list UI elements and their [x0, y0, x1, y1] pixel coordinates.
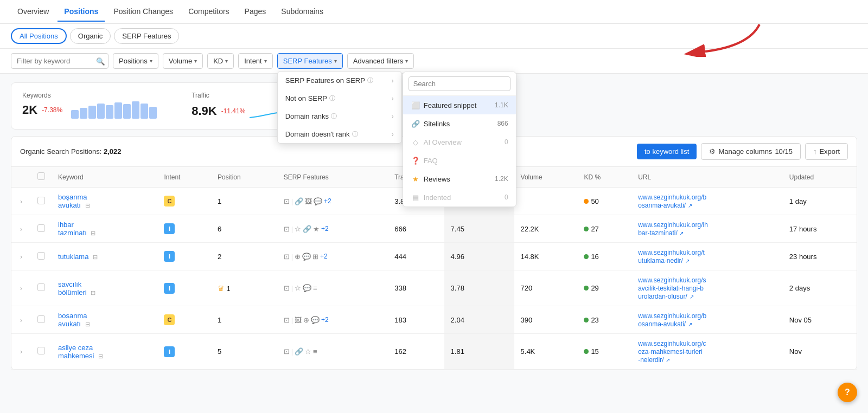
nav-positions[interactable]: Positions [58, 2, 105, 21]
serp4-icon-2: ☆ [295, 284, 301, 292]
intent-col-header[interactable]: Intent [157, 167, 211, 188]
domain-doesnt-rank-arrow-icon: › [392, 131, 394, 138]
nav-subdomains[interactable]: Subdomains [275, 2, 330, 21]
row4-db-icon: ⊟ [91, 289, 95, 296]
row5-checkbox[interactable] [31, 306, 52, 334]
volume-col-header[interactable]: Volume [514, 167, 578, 188]
serp-features-filter[interactable]: SERP Features ▾ [277, 53, 343, 69]
row4-intent: I [157, 270, 211, 306]
updated-col-header[interactable]: Updated [783, 167, 857, 188]
row5-expand[interactable]: › [11, 306, 31, 334]
sitelinks-item[interactable]: 🔗 Sitelinks 866 [403, 114, 516, 133]
volume-filter[interactable]: Volume ▾ [163, 53, 203, 69]
all-positions-tab[interactable]: All Positions [11, 28, 67, 44]
row1-expand[interactable]: › [11, 188, 31, 215]
add-to-keyword-list-button[interactable]: to keyword list [637, 144, 697, 159]
row6-keyword-link[interactable]: asliye cezamahkemesi [58, 344, 94, 360]
row5-url-link[interactable]: www.sezginhukuk.org/bosanma-avukati/ [638, 312, 706, 328]
external-link-icon: ↗ [688, 203, 692, 209]
row3-db-icon: ⊟ [93, 254, 98, 260]
row3-serp-features: ⊡ | ⊕ 💬 ⊞ +2 [277, 243, 388, 270]
serp2-icon-2: ☆ [295, 225, 301, 233]
row2-checkbox[interactable] [31, 215, 52, 243]
row1-keyword-link[interactable]: boşanmaavukatı [58, 193, 87, 209]
manage-columns-button[interactable]: ⚙ Manage columns 10/15 [701, 143, 801, 160]
row4-url-link[interactable]: www.sezginhukuk.org/savcilik-teskilati-h… [638, 276, 706, 300]
serp-plus-label: +2 [324, 197, 331, 205]
table-row: › bosanmaavukatı ⊟ C 1 ⊡ | 🖼 [11, 306, 857, 334]
serp-on-serp-item[interactable]: SERP Features on SERP ⓘ › ⬜ Featured sni… [278, 72, 401, 89]
ai-overview-item[interactable]: ◇ AI Overview 0 [403, 133, 516, 151]
serp-feature-search-input[interactable] [409, 76, 510, 91]
row2-expand[interactable]: › [11, 215, 31, 243]
kd-filter[interactable]: KD ▾ [207, 53, 234, 69]
domain-ranks-item[interactable]: Domain ranks ⓘ › [278, 107, 401, 125]
serp-features-col-header[interactable]: SERP Features [277, 167, 388, 188]
featured-snippet-item[interactable]: ⬜ Featured snippet 1.1K [403, 96, 516, 114]
row3-url-link[interactable]: www.sezginhukuk.org/tutuklama-nedir/ [638, 249, 705, 264]
row3-expand[interactable]: › [11, 243, 31, 270]
intent-filter[interactable]: Intent ▾ [238, 53, 273, 69]
row3-intent: I [157, 243, 211, 270]
table-title: Organic Search Positions: [20, 147, 101, 156]
positions-chevron-icon: ▾ [150, 58, 152, 64]
row4-checkbox[interactable] [31, 270, 52, 306]
search-button[interactable]: 🔍 [96, 57, 105, 65]
positions-filter[interactable]: Positions ▾ [113, 53, 158, 69]
nav-position-changes[interactable]: Position Changes [107, 2, 180, 21]
row6-serp-features: ⊡ | 🔗 ☆ ≡ [277, 334, 388, 370]
serp2-icon-3: 🔗 [303, 225, 311, 233]
position-col-header[interactable]: Position [211, 167, 277, 188]
row3-checkbox[interactable] [31, 243, 52, 270]
row6-checkbox[interactable] [31, 334, 52, 370]
serp-features-tab[interactable]: SERP Features [114, 28, 179, 44]
row2-keyword-link[interactable]: ihbartazminatı [58, 221, 87, 237]
help-button[interactable]: ? [838, 383, 857, 402]
sitelinks-label: Sitelinks [424, 120, 450, 128]
expand-col-header [11, 167, 31, 188]
domain-doesnt-rank-item[interactable]: Domain doesn't rank ⓘ › [278, 125, 401, 143]
nav-pages[interactable]: Pages [238, 2, 273, 21]
export-button[interactable]: ↑ Export [805, 143, 848, 160]
row2-url-link[interactable]: www.sezginhukuk.org/ihbar-tazminati/ [638, 221, 708, 237]
row1-checkbox[interactable] [31, 188, 52, 215]
faq-item[interactable]: ❓ FAQ [403, 151, 516, 170]
checkbox-col-header [31, 167, 52, 188]
row4-keyword-link[interactable]: savcılıkbölümleri [58, 280, 87, 296]
advanced-filters-button[interactable]: Advanced filters ▾ [347, 53, 414, 69]
keyword-col-header[interactable]: Keyword [52, 167, 157, 188]
featured-snippet-label: Featured snippet [424, 101, 477, 109]
kd-dot-green-6 [584, 349, 589, 354]
expand-button: › [18, 348, 24, 356]
expand-button: › [18, 285, 24, 292]
row6-keyword: asliye cezamahkemesi ⊟ [52, 334, 157, 370]
indented-item[interactable]: ▤ Indented 0 [403, 188, 516, 206]
row4-expand[interactable]: › [11, 270, 31, 306]
serp4-divider: | [291, 284, 293, 292]
nav-competitors[interactable]: Competitors [182, 2, 235, 21]
row6-position: 5 [211, 334, 277, 370]
select-all-checkbox[interactable] [37, 172, 45, 180]
not-on-serp-item[interactable]: Not on SERP ⓘ › [278, 89, 401, 107]
row3-url: www.sezginhukuk.org/tutuklama-nedir/ ↗ [631, 243, 783, 270]
reviews-item[interactable]: ★ Reviews 1.2K [403, 170, 516, 188]
serp3-plus: +2 [320, 253, 328, 260]
row5-keyword-link[interactable]: bosanmaavukatı [58, 312, 87, 328]
serp4-icon-4: ≡ [313, 284, 317, 292]
table-row: › tutuklama ⊟ I 2 ⊡ | ⊕ [11, 243, 857, 270]
bar-10 [149, 107, 157, 119]
serp-divider-1: | [291, 197, 293, 205]
row6-url-link[interactable]: www.sezginhukuk.org/ceza-mahkemesi-turle… [638, 340, 706, 364]
row6-db-icon: ⊟ [98, 353, 103, 359]
nav-overview[interactable]: Overview [11, 2, 55, 21]
row4-keyword: savcılıkbölümleri ⊟ [52, 270, 157, 306]
reviews-count: 1.2K [495, 175, 508, 183]
organic-tab[interactable]: Organic [70, 28, 111, 44]
row6-expand[interactable]: › [11, 334, 31, 370]
keyword-filter-input[interactable] [11, 53, 108, 69]
kd-col-header[interactable]: KD % [577, 167, 631, 188]
kd-dot-orange [584, 199, 589, 204]
url-col-header[interactable]: URL [631, 167, 783, 188]
row3-keyword-link[interactable]: tutuklama [58, 253, 88, 261]
row1-url-link[interactable]: www.sezginhukuk.org/bosanma-avukati/ [638, 193, 706, 209]
